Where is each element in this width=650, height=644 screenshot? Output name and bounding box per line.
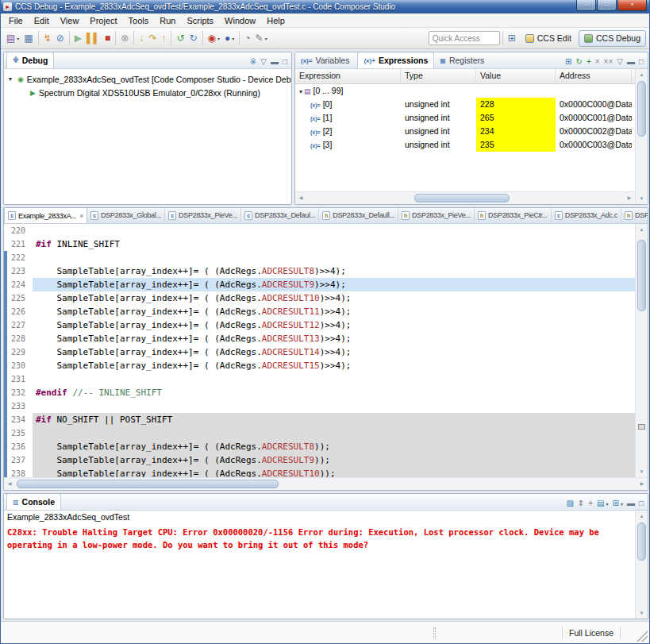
minimize-view-button[interactable]: ▬ xyxy=(271,58,279,66)
scroll-right-icon[interactable]: ▶ xyxy=(637,478,648,490)
scroll-thumb[interactable] xyxy=(637,240,646,311)
display-console-button[interactable]: ▤▾ xyxy=(597,499,608,507)
code-line-220[interactable]: 220 xyxy=(4,224,635,237)
maximize-view-button[interactable]: □ xyxy=(283,58,287,66)
expr-vscroll[interactable]: ▲ ▼ xyxy=(635,69,648,204)
scroll-up-icon[interactable]: ▲ xyxy=(636,511,648,522)
column-header-expression[interactable]: Expression xyxy=(295,69,401,83)
code-line-238[interactable]: 238 SampleTable[array_index++]= ( (AdcRe… xyxy=(4,467,635,477)
code-line-231[interactable]: 231 xyxy=(4,372,635,386)
expr-hscroll[interactable]: ◀ ▶ xyxy=(295,191,635,204)
profile-button[interactable]: ◔ xyxy=(242,29,252,47)
quick-access-input[interactable]: Quick Access xyxy=(429,31,500,45)
expander-icon[interactable]: ▾ xyxy=(299,88,302,95)
editor-tab-5[interactable]: hDSP2833x_PieVe... xyxy=(398,208,475,223)
code-line-221[interactable]: 221#if INLINE_SHIFT xyxy=(4,237,635,251)
menu-help[interactable]: Help xyxy=(261,14,290,27)
connect-target-button[interactable]: ↯ xyxy=(41,29,54,47)
tab-variables[interactable]: (x)=Variables xyxy=(295,52,355,68)
refresh-button[interactable]: ↻ xyxy=(187,29,200,47)
tab-debug[interactable]: ※ Debug xyxy=(6,52,54,68)
console-output[interactable]: Example_2833xAdcSeq_ovdTest C28xx: Troub… xyxy=(4,511,635,619)
minimize-view-button[interactable]: ▬ xyxy=(627,58,635,66)
code-line-223[interactable]: 223 SampleTable[array_index++]= ( (AdcRe… xyxy=(4,264,635,278)
step-return-button[interactable]: ↑ xyxy=(159,29,168,47)
maximize-button[interactable]: □ xyxy=(597,0,617,11)
expression-row[interactable]: (x)=[1]unsigned int2650x0000C001@Data xyxy=(295,111,635,125)
scroll-thumb[interactable] xyxy=(637,81,646,137)
editor-tab-8[interactable]: hDSP2833x_Adc.h xyxy=(621,208,648,223)
scroll-down-icon[interactable]: ▼ xyxy=(636,193,648,204)
new-button[interactable]: ▤▾ xyxy=(4,29,21,47)
menu-window[interactable]: Window xyxy=(219,14,261,27)
code-line-236[interactable]: 236 SampleTable[array_index++]= ( (AdcRe… xyxy=(4,440,635,453)
scroll-thumb[interactable] xyxy=(414,194,510,202)
resize-grip[interactable] xyxy=(637,631,648,642)
menu-edit[interactable]: Edit xyxy=(29,14,55,27)
code-line-224[interactable]: 224 SampleTable[array_index++]= ( (AdcRe… xyxy=(4,278,635,291)
column-header-value[interactable]: Value xyxy=(476,69,556,83)
close-button[interactable]: × xyxy=(617,0,647,11)
editor-tab-3[interactable]: cDSP2833x_Defaul... xyxy=(241,208,319,223)
step-into-button[interactable]: ↓ xyxy=(137,29,146,47)
debug-misc-button[interactable]: ※ xyxy=(250,58,256,66)
editor-tab-0[interactable]: cExample_2833xA...× xyxy=(4,208,87,223)
step-over-button[interactable]: ↷ xyxy=(146,29,159,47)
debug-tree-item[interactable]: ▶Spectrum Digital XDS510USB Emulator_0/C… xyxy=(4,86,291,99)
editor-hscroll[interactable]: ◀ ▶ xyxy=(4,477,648,490)
code-line-227[interactable]: 227 SampleTable[array_index++]= ( (AdcRe… xyxy=(4,318,635,332)
expression-row[interactable]: (x)=[0]unsigned int2280x0000C000@Data xyxy=(295,98,635,111)
scroll-down-icon[interactable]: ▼ xyxy=(636,607,648,619)
editor-tab-4[interactable]: hDSP2833x_Defaull... xyxy=(319,208,398,223)
tab-expressions[interactable]: (x)+Expressions xyxy=(357,52,434,68)
restart-button[interactable]: ↺ xyxy=(174,29,187,47)
code-line-225[interactable]: 225 SampleTable[array_index++]= ( (AdcRe… xyxy=(4,291,635,305)
menu-run[interactable]: Run xyxy=(154,14,181,27)
remove-expression-button[interactable]: × xyxy=(595,58,600,66)
scroll-up-icon[interactable]: ▲ xyxy=(636,69,648,80)
terminate-button[interactable]: ■ xyxy=(102,29,113,47)
console-vscroll[interactable]: ▲ ▼ xyxy=(635,511,648,619)
perspective-ccs-debug-button[interactable]: CCS Debug xyxy=(579,30,646,47)
scroll-down-icon[interactable]: ▼ xyxy=(636,466,648,477)
editor-tab-7[interactable]: cDSP2833x_Adc.c xyxy=(552,208,621,223)
menu-file[interactable]: File xyxy=(3,14,29,27)
refresh-expressions-button[interactable]: ↻ xyxy=(575,58,582,66)
breakpoint-button[interactable]: ●▾ xyxy=(222,29,237,47)
code-line-228[interactable]: 228 SampleTable[array_index++]= ( (AdcRe… xyxy=(4,332,635,345)
code-line-234[interactable]: 234#if NO_SHIFT || POST_SHIFT xyxy=(4,413,635,426)
minimize-view-button[interactable]: ▬ xyxy=(627,499,635,507)
scroll-thumb[interactable] xyxy=(637,523,646,561)
tab-console[interactable]: ▥ Console xyxy=(6,493,61,510)
disconnect-button[interactable]: ⊗ xyxy=(118,29,131,47)
code-line-222[interactable]: 222 xyxy=(4,251,635,264)
reset-cpu-button[interactable]: ◉▾ xyxy=(206,29,223,47)
column-header-type[interactable]: Type xyxy=(401,69,476,83)
menu-scripts[interactable]: Scripts xyxy=(181,14,219,27)
close-tab-icon[interactable]: × xyxy=(79,212,83,220)
menu-view[interactable]: View xyxy=(55,14,85,27)
edit-source-button[interactable]: ✎▾ xyxy=(253,29,270,47)
scroll-left-icon[interactable]: ◀ xyxy=(295,192,306,204)
editor-tab-6[interactable]: hDSP2833x_PieCtr... xyxy=(475,208,552,223)
editor-vscroll[interactable]: ▲ ▼ xyxy=(635,224,648,477)
scroll-lock-button[interactable]: ⇕ xyxy=(578,499,584,507)
scroll-thumb[interactable] xyxy=(17,480,279,488)
expression-row[interactable]: (x)=[3]unsigned int2350x0000C003@Data xyxy=(295,138,635,152)
code-line-237[interactable]: 237 SampleTable[array_index++]= ( (AdcRe… xyxy=(4,453,635,467)
maximize-view-button[interactable]: □ xyxy=(639,58,644,66)
tab-registers[interactable]: ▦Registers xyxy=(434,52,490,68)
expander-icon[interactable]: ▾ xyxy=(9,75,17,83)
save-button[interactable]: ▦ xyxy=(21,29,35,47)
overview-ruler-marker[interactable] xyxy=(638,424,645,430)
expression-group-row[interactable]: ▾▤[0 ... 99] xyxy=(295,84,635,98)
open-console-button[interactable]: ⊞▾ xyxy=(613,499,623,507)
menu-project[interactable]: Project xyxy=(84,14,122,27)
view-menu-button[interactable]: ▽ xyxy=(260,58,267,66)
title-bar[interactable]: ▸ CCS Debug - Example_2833xAdcSeq_ovdTes… xyxy=(1,0,649,13)
show-type-names-button[interactable]: ⊞ xyxy=(565,58,571,66)
expression-row[interactable]: (x)=[2]unsigned int2340x0000C002@Data xyxy=(295,125,635,138)
code-line-232[interactable]: 232#endif //-- INLINE_SHIFT xyxy=(4,386,635,399)
minimize-button[interactable]: – xyxy=(576,0,596,11)
clear-console-button[interactable]: ▨ xyxy=(566,499,573,507)
